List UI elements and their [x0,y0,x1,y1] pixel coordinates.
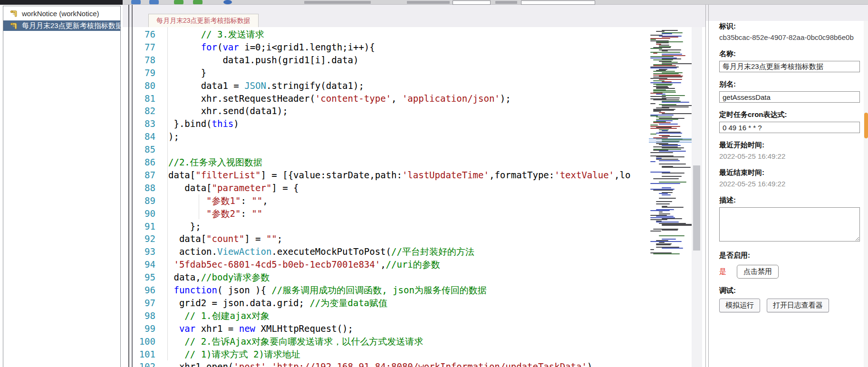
minimap-code-row [650,210,670,211]
minimap-code-row [662,130,668,131]
app-window: workNotice (workNotice)每月月末23点更新考核指标数据 每… [0,0,868,367]
green-arrow-icon[interactable] [193,0,203,4]
sidebar-item[interactable]: 每月月末23点更新考核指标数据 [3,20,120,31]
line-content: action.ViewAction.executeMockPutToPost(/… [168,245,474,258]
code-line[interactable]: 76 // 3.发送请求 [134,28,264,41]
code-line[interactable]: 95 data,//body请求参数 [134,271,270,284]
code-line[interactable]: 98 // 1.创建ajax对象 [134,309,270,322]
sidebar-item[interactable]: workNotice (workNotice) [3,8,120,19]
code-editor[interactable]: 76 // 3.发送请求77 for(var i=0;i<grid1.lengt… [134,27,692,367]
sidebar-item-label: workNotice (workNotice) [22,10,99,18]
tab-active-script[interactable]: 每月月末23点更新考核指标数据 [148,14,259,27]
sync-circle-icon[interactable] [223,0,232,4]
scrollbar-thumb[interactable] [693,165,700,251]
minimap-code-row [656,133,682,134]
code-line[interactable]: 82 xhr.send(data1); [134,105,288,117]
line-content: } [168,67,206,79]
field-input[interactable] [719,61,860,72]
line-number: 91 [134,220,155,233]
field-label: 描述: [719,196,864,204]
code-line[interactable]: 90 "参数2": "" [134,207,262,220]
code-line[interactable]: 77 for(var i=0;i<grid1.length;i++){ [134,41,375,54]
splitter-handle[interactable] [132,5,133,367]
field-label: 定时任务cron表达式: [719,110,864,119]
code-line[interactable]: 92 data["count"] = ""; [134,232,282,245]
minimap-code-row [662,136,681,137]
minimap-code-row [656,222,679,222]
simulate-run-button[interactable]: 模拟运行 [719,299,760,312]
description-textarea[interactable] [719,207,860,241]
line-content: // 1.创建ajax对象 [168,309,270,322]
enabled-row: 是 点击禁用 [719,264,864,279]
minimap-code-row [653,90,675,91]
code-line[interactable]: 102 xhr1.open('post','http://192.168.91.… [134,360,592,367]
minimap-code-row [650,103,656,104]
code-line[interactable]: 85 [134,143,168,156]
minimap-code-row [662,239,676,240]
main-toolbar-clipped [123,0,868,5]
code-line[interactable]: 94 '5fdab5ec-6801-4cd5-b0eb-1ecb7001e834… [134,258,440,271]
line-number: 95 [134,271,155,284]
code-line[interactable]: 96 function( json ){ //服务调用成功的回调函数, json… [134,284,487,297]
panel-scrollbar-track[interactable] [864,21,868,367]
code-line[interactable]: 84); [134,130,179,143]
toolbar-text-clipped [495,1,517,4]
code-line[interactable]: 89 "参数1": "", [134,194,268,207]
blue-doc-icon[interactable] [131,0,141,4]
field-value: 2022-05-25 16:49:22 [719,152,864,161]
editor-vertical-scrollbar[interactable] [692,27,702,367]
splitter-handle[interactable] [128,5,129,367]
minimap-code-row [659,164,686,164]
line-number: 93 [134,245,155,258]
green-arrow-icon[interactable] [174,0,183,4]
code-line[interactable]: 91 }; [134,220,201,233]
code-line[interactable]: 93 action.ViewAction.executeMockPutToPos… [134,245,474,258]
line-number: 89 [134,194,155,207]
code-line[interactable]: 88 data["parameter"] = { [134,182,299,194]
code-line[interactable]: 97 grid2 = json.data.grid; //为变量data赋值 [134,297,387,309]
script-scroll-icon [10,22,18,30]
toolbar-dropdown[interactable] [453,0,491,5]
code-line[interactable]: 81 xhr.setRequestHeader('content-type', … [134,92,511,105]
minimap-code-row [662,102,689,103]
blue-doc-icon[interactable] [149,0,159,4]
open-log-viewer-button[interactable]: 打开日志查看器 [767,299,829,312]
field-input[interactable] [719,122,860,133]
code-line[interactable]: 99 var xhr1 = new XMLHttpRequest(); [134,322,353,335]
field-input[interactable] [719,91,860,103]
minimap[interactable] [649,27,692,265]
minimap-code-row [659,79,682,80]
code-line[interactable]: 79 } [134,67,206,79]
line-content: "参数2": "" [168,207,262,220]
code-line[interactable]: 87data["filterList"] = [{value:starDate,… [134,169,630,182]
field-label: 最近结束时间: [719,168,864,177]
minimap-code-row [650,183,680,184]
code-line[interactable]: 80 data1 = JSON.stringify(data1); [134,79,364,92]
minimap-code-row [659,182,686,183]
sidebar-item-label: 每月月末23点更新考核指标数据 [22,21,121,30]
line-number: 102 [134,360,155,367]
panel-scrollbar-thumb[interactable] [864,113,868,138]
minimap-code-row [653,190,673,191]
line-number: 94 [134,258,155,271]
script-tree-panel: workNotice (workNotice)每月月末23点更新考核指标数据 [3,6,121,367]
code-line[interactable]: 86//2.任务录入视图数据 [134,156,262,169]
minimap-code-row [650,68,677,68]
code-line[interactable]: 100 // 2.告诉Ajax对象要向哪发送请求，以什么方式发送请求 [134,335,423,348]
minimap-code-row [662,62,678,63]
disable-button[interactable]: 点击禁用 [737,265,779,279]
line-number: 88 [134,182,155,194]
code-line[interactable]: 101 // 1)请求方式 2)请求地址 [134,348,300,361]
code-line[interactable]: 83 }.bind(this) [134,117,239,130]
line-content: // 1)请求方式 2)请求地址 [168,348,300,361]
minimap-code-row [659,235,685,236]
code-line[interactable]: 78 data1.push(grid1[i].data) [134,54,358,67]
toolbar-dropdown[interactable] [521,0,595,5]
minimap-viewport-indicator[interactable] [649,138,692,143]
line-number: 87 [134,169,155,182]
line-number: 81 [134,92,155,105]
minimap-code-row [653,53,657,54]
line-number: 83 [134,117,155,130]
minimap-code-row [659,45,669,46]
line-number: 86 [134,156,155,169]
